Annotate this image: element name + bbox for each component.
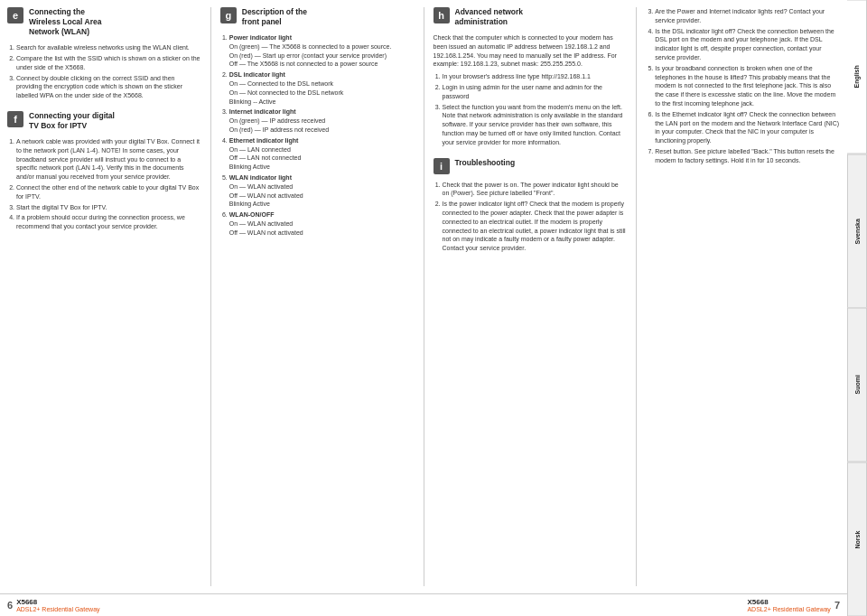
list-item: Is the Ethernet indicator light off? Che…: [655, 110, 840, 145]
footer-sub-left: ADSL2+ Residential Gateway: [16, 606, 99, 612]
section-i-cont-body: Are the Power and Internet indicator lig…: [646, 7, 840, 167]
column-3: h Advanced networkadministration Check t…: [434, 7, 628, 586]
section-i-title: Troubleshooting: [455, 158, 516, 168]
column-1: e Connecting theWireless Local AreaNetwo…: [7, 7, 201, 586]
footer-brand-left: X5668 ADSL2+ Residential Gateway: [16, 598, 99, 612]
footer-page-left: 6: [7, 600, 13, 611]
footer-left: 6 X5668 ADSL2+ Residential Gateway: [7, 598, 100, 612]
list-item: In your browser's address line type http…: [443, 72, 628, 81]
main-content: e Connecting theWireless Local AreaNetwo…: [0, 0, 867, 593]
footer-model-right: X5668: [747, 598, 830, 606]
list-item: Are the Power and Internet indicator lig…: [655, 7, 840, 25]
column-2: g Description of thefront panel Power in…: [220, 7, 415, 586]
section-g: g Description of thefront panel Power in…: [220, 7, 415, 239]
footer-brand-right: X5668 ADSL2+ Residential Gateway: [747, 598, 830, 612]
divider-2: [424, 7, 424, 586]
lang-tab-suomi[interactable]: Suomi: [847, 308, 867, 462]
list-item: Ethernet indicator light On — LAN connec…: [229, 136, 415, 172]
section-e-body: Search for available wireless networks u…: [7, 43, 201, 102]
section-h: h Advanced networkadministration Check t…: [434, 7, 628, 149]
list-item: Is the DSL indicator light off? Check th…: [655, 27, 840, 62]
section-h-body: Check that the computer which is connect…: [434, 33, 628, 149]
list-item: Search for available wireless networks u…: [16, 43, 201, 52]
list-item: Check that the power is on. The power in…: [443, 181, 628, 199]
section-f-header: f Connecting your digitalTV Box for IPTV: [7, 111, 201, 131]
section-i-letter: i: [434, 158, 450, 174]
list-item: Power indicator light On (green) — The X…: [229, 33, 415, 69]
section-e-title: Connecting theWireless Local AreaNetwork…: [29, 7, 101, 37]
list-item: Select the function you want from the mo…: [443, 103, 628, 147]
list-item: Connect the other end of the network cab…: [16, 183, 201, 201]
section-i-header: i Troubleshooting: [434, 158, 628, 174]
divider-3: [636, 7, 637, 586]
list-item: WLAN indicator light On — WLAN activated…: [229, 173, 415, 209]
list-item: Reset button. See picture labelled "Back…: [655, 147, 840, 165]
page: English Svenska Suomi Norsk e Connecting…: [0, 0, 867, 616]
section-e-letter: e: [7, 7, 23, 23]
list-item: Is your broadband connection is broken w…: [655, 64, 840, 108]
footer: 6 X5668 ADSL2+ Residential Gateway X5668…: [0, 593, 867, 616]
list-item: WLAN-ON/OFF On — WLAN activated Off — WL…: [229, 210, 415, 237]
list-item: A network cable was provided with your d…: [16, 137, 201, 182]
list-item: Is the power indicator light off? Check …: [443, 200, 628, 253]
lang-tab-norsk[interactable]: Norsk: [847, 462, 867, 617]
section-g-body: Power indicator light On (green) — The X…: [220, 33, 415, 239]
section-f: f Connecting your digitalTV Box for IPTV…: [7, 111, 201, 233]
list-item: If a problem should occur during the con…: [16, 213, 201, 231]
section-f-title: Connecting your digitalTV Box for IPTV: [29, 111, 115, 131]
section-h-intro: Check that the computer which is connect…: [434, 33, 628, 69]
list-item: DSL indicator light On — Connected to th…: [229, 70, 415, 106]
lang-tab-svenska[interactable]: Svenska: [847, 154, 867, 309]
list-item: Start the digital TV Box for IPTV.: [16, 203, 201, 212]
footer-page-right: 7: [834, 600, 840, 611]
section-i: i Troubleshooting Check that the power i…: [434, 158, 628, 255]
section-i-body: Check that the power is on. The power in…: [434, 181, 628, 255]
section-i-cont: Are the Power and Internet indicator lig…: [646, 7, 840, 167]
section-e: e Connecting theWireless Local AreaNetwo…: [7, 7, 201, 102]
list-item: Internet indicator light On (green) — IP…: [229, 107, 415, 134]
section-e-header: e Connecting theWireless Local AreaNetwo…: [7, 7, 201, 37]
column-4: Are the Power and Internet indicator lig…: [646, 7, 840, 586]
section-g-title: Description of thefront panel: [242, 7, 307, 27]
section-g-header: g Description of thefront panel: [220, 7, 415, 27]
list-item: Connect by double clicking on the correc…: [16, 74, 201, 100]
section-h-letter: h: [434, 7, 450, 23]
section-h-header: h Advanced networkadministration: [434, 7, 628, 27]
section-f-body: A network cable was provided with your d…: [7, 137, 201, 233]
divider-1: [210, 7, 211, 586]
footer-sub-right: ADSL2+ Residential Gateway: [747, 606, 830, 612]
section-g-letter: g: [220, 7, 237, 23]
section-f-letter: f: [7, 111, 23, 127]
footer-right: X5668 ADSL2+ Residential Gateway 7: [747, 598, 840, 612]
lang-tabs: English Svenska Suomi Norsk: [847, 0, 867, 616]
list-item: Login in using admin for the user name a…: [443, 83, 628, 101]
lang-tab-english[interactable]: English: [847, 0, 867, 154]
list-item: Compare the list with the SSID which is …: [16, 54, 201, 72]
section-h-title: Advanced networkadministration: [455, 7, 524, 27]
footer-model-left: X5668: [16, 598, 99, 606]
